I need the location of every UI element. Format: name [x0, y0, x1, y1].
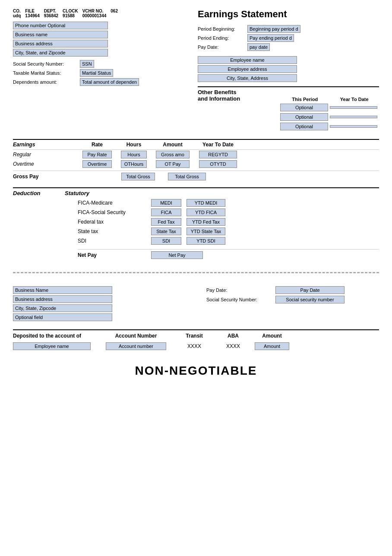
- overtime-row: Overtime Overtime OTHours OT Pay OTYTD: [13, 159, 379, 169]
- pay-date-label: Pay Date:: [198, 44, 247, 50]
- pay-date-value[interactable]: pay date: [247, 43, 270, 51]
- amount-cell: Amount: [250, 342, 294, 350]
- business-name-field[interactable]: Business name: [13, 31, 108, 38]
- benefits-optional-2[interactable]: Optional: [280, 113, 328, 121]
- overtime-rate-cell: Overtime: [78, 160, 117, 168]
- bottom-business-name[interactable]: Business Name: [13, 286, 112, 294]
- deposited-employee-name[interactable]: Employee name: [13, 342, 91, 350]
- fica-medicare-ytd[interactable]: YTD MEDI: [187, 199, 225, 207]
- pay-rate-value[interactable]: Pay Rate: [82, 151, 112, 158]
- fed-tax-value[interactable]: Fed Tax: [151, 218, 181, 226]
- benefits-row-1: Optional: [198, 104, 379, 111]
- ot-ytd-value[interactable]: OTYTD: [199, 160, 237, 168]
- total-gross-cell: Total Gross: [117, 173, 160, 180]
- employee-address-field[interactable]: Employee address: [198, 65, 297, 73]
- earnings-header: Earnings Rate Hours Amount Year To Date: [13, 140, 379, 150]
- fica-medicare-value[interactable]: MEDI: [151, 199, 181, 207]
- period-beginning-row: Period Beginning: Beginning pay period d: [198, 25, 379, 33]
- earnings-amount-header: Amount: [151, 142, 194, 148]
- bottom-city-state-zip[interactable]: City, State, Zipcode: [13, 304, 112, 312]
- dependents-value[interactable]: Total amount of dependen: [80, 78, 139, 86]
- aba-header: ABA: [216, 333, 250, 339]
- fed-tax-ytd[interactable]: YTD Fed Tax: [187, 218, 225, 226]
- benefits-title-block: Other Benefits and Information: [198, 89, 280, 102]
- reg-ytd-value[interactable]: REGYTD: [199, 151, 237, 158]
- gross-pay-row: Gross Pay Total Gross Total Gross: [13, 171, 379, 180]
- benefits-optional-3[interactable]: Optional: [280, 123, 328, 130]
- aba-cell: XXXX: [216, 343, 250, 349]
- fica-ss-ytd[interactable]: YTD FICA: [187, 208, 225, 216]
- co-col: CO. udq: [13, 9, 21, 18]
- clock-value: 91588: [63, 13, 78, 18]
- period-ending-value[interactable]: Pay ending period d: [247, 34, 294, 42]
- gross-pay-label: Gross Pay: [13, 174, 117, 180]
- net-pay-row: Net Pay Net Pay: [78, 249, 379, 259]
- benefits-ytd-3[interactable]: [330, 125, 377, 128]
- top-section: CO. udq FILE 134964 DEPT. 936842 CLOCK 9…: [13, 9, 379, 132]
- state-tax-value[interactable]: State Tax: [151, 227, 181, 235]
- net-pay-value[interactable]: Net Pay: [151, 251, 203, 259]
- overtime-value[interactable]: Overtime: [82, 160, 112, 168]
- co-label: CO.: [13, 9, 21, 13]
- ot-hours-value[interactable]: OTHours: [121, 160, 147, 168]
- benefits-optional-1[interactable]: Optional: [280, 104, 328, 111]
- ot-pay-value[interactable]: OT Pay: [156, 160, 190, 168]
- hours-value[interactable]: Hours: [121, 151, 147, 158]
- benefits-section: Other Benefits and Information This Peri…: [198, 86, 379, 130]
- total-gross-ytd-value[interactable]: Total Gross: [168, 173, 206, 180]
- city-state-address-field[interactable]: City, State, Address: [198, 74, 297, 82]
- phone-field[interactable]: Phone number Optional: [13, 22, 108, 29]
- employee-name-field[interactable]: Employee name: [198, 56, 297, 64]
- earnings-statement-title: Earnings Statement: [198, 9, 379, 20]
- bottom-ssn-row: Social Security Number: Social security …: [206, 296, 379, 303]
- state-tax-ytd[interactable]: YTD State Tax: [187, 227, 225, 235]
- ot-ytd-cell: OTYTD: [194, 160, 242, 168]
- dept-value: 936842: [44, 13, 58, 18]
- page: CO. udq FILE 134964 DEPT. 936842 CLOCK 9…: [0, 0, 392, 386]
- bottom-right: Pay Date: Pay Date Social Security Numbe…: [206, 286, 379, 322]
- year-to-date-header: Year To Date: [329, 97, 379, 102]
- fica-medicare-row: FICA-Medicare MEDI YTD MEDI: [78, 198, 379, 208]
- company-header-row: CO. udq FILE 134964 DEPT. 936842 CLOCK 9…: [13, 9, 194, 18]
- pay-rate-cell: Pay Rate: [78, 151, 117, 158]
- gross-amount-value[interactable]: Gross amo: [156, 151, 190, 158]
- bottom-pay-date-value[interactable]: Pay Date: [275, 286, 345, 294]
- deposited-employee-name-cell: Employee name: [13, 342, 99, 350]
- sdi-label: SDI: [78, 238, 151, 244]
- co-value: udq: [13, 13, 21, 18]
- reg-ytd-cell: REGYTD: [194, 151, 242, 158]
- vchr-value: 0000001344: [82, 13, 107, 18]
- employee-block: Employee name Employee address City, Sta…: [198, 56, 379, 82]
- deposited-row: Employee name Account number XXXX XXXX A…: [13, 341, 379, 351]
- clock-label: CLOCK: [63, 9, 78, 13]
- sdi-ytd[interactable]: YTD SDI: [187, 237, 225, 245]
- sdi-row: SDI SDI YTD SDI: [78, 236, 379, 246]
- account-number-value[interactable]: Account number: [106, 342, 166, 350]
- bottom-business-address[interactable]: Business address: [13, 295, 112, 303]
- fed-tax-row: Federal tax Fed Tax YTD Fed Tax: [78, 217, 379, 227]
- marital-value[interactable]: Martial Status: [80, 69, 113, 77]
- amount-value[interactable]: Amount: [255, 342, 289, 350]
- benefits-ytd-1[interactable]: [330, 106, 377, 109]
- benefits-title-line1: Other Benefits: [198, 89, 280, 95]
- benefits-ytd-2[interactable]: [330, 116, 377, 118]
- earnings-hours-header: Hours: [117, 142, 151, 148]
- bottom-pay-date-label: Pay Date:: [206, 287, 275, 293]
- aba-value: XXXX: [226, 343, 240, 349]
- ssn-value[interactable]: SSN: [80, 60, 94, 68]
- pay-date-row: Pay Date: pay date: [198, 43, 379, 51]
- transit-value: XXXX: [187, 343, 201, 349]
- city-state-zip-field[interactable]: City, State, and Zipcode: [13, 49, 108, 57]
- deduction-section: Deduction Statutory FICA-Medicare MEDI Y…: [13, 187, 379, 259]
- fica-ss-value[interactable]: FICA: [151, 208, 181, 216]
- bottom-optional-field[interactable]: Optional field: [13, 313, 112, 321]
- total-gross-ytd-cell: Total Gross: [163, 173, 211, 180]
- business-address-field[interactable]: Business address: [13, 40, 108, 47]
- period-ending-row: Period Ending: Pay ending period d: [198, 34, 379, 42]
- period-beginning-value[interactable]: Beginning pay period d: [247, 25, 300, 33]
- right-column: Earnings Statement Period Beginning: Beg…: [198, 9, 379, 132]
- vchr-label: VCHR NO.: [82, 9, 107, 13]
- sdi-value[interactable]: SDI: [151, 237, 181, 245]
- total-gross-value[interactable]: Total Gross: [121, 173, 155, 180]
- bottom-ssn-value[interactable]: Social security number: [275, 296, 345, 303]
